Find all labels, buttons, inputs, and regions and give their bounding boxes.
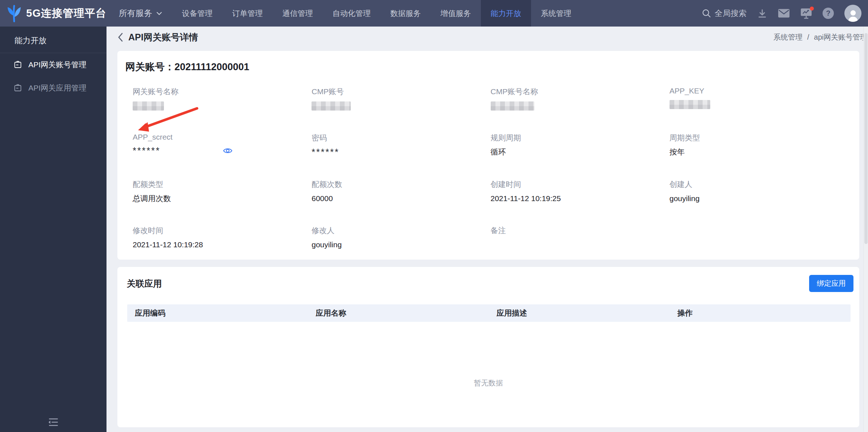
col-app-name: 应用名称	[308, 308, 489, 318]
logo-icon	[7, 4, 22, 23]
field-value: gouyiling	[670, 193, 848, 204]
field-label: 网关账号名称	[133, 87, 312, 97]
field-label: 周期类型	[670, 133, 848, 143]
nav-item-device-mgmt[interactable]: 设备管理	[172, 0, 222, 27]
download-icon[interactable]	[757, 8, 767, 19]
sidebar-title: 能力开放	[0, 27, 107, 53]
blurred-value	[312, 101, 351, 111]
help-icon[interactable]: ?	[823, 8, 834, 19]
field-app-secret: APP_screct ******	[133, 133, 312, 157]
field-label: 备注	[491, 225, 670, 236]
global-search-label: 全局搜索	[715, 8, 747, 19]
field-modifier: 修改人 gouyiling	[312, 225, 490, 250]
blurred-value	[670, 100, 710, 109]
col-actions: 操作	[670, 308, 851, 318]
nav-all-services[interactable]: 所有服务	[119, 0, 162, 27]
sidebar-item-api-gateway-account-mgmt[interactable]: API网关账号管理	[0, 53, 107, 76]
blurred-value	[491, 101, 534, 111]
sidebar-item-label: API网关账号管理	[28, 60, 87, 70]
back-button[interactable]	[117, 32, 124, 43]
col-app-code: 应用编码	[127, 308, 308, 318]
breadcrumb-current[interactable]: api网关账号管理	[814, 32, 867, 42]
field-label: 配额类型	[133, 179, 312, 189]
field-password: 密码 ******	[312, 133, 490, 157]
main-content: API网关账号详情 系统管理 / api网关账号管理 网关账号：20211112…	[107, 27, 868, 432]
avatar[interactable]	[844, 5, 861, 22]
field-value: 总调用次数	[133, 193, 312, 204]
field-label: APP_KEY	[670, 87, 848, 95]
gateway-account-title: 网关账号：20211112000001	[117, 51, 859, 73]
field-value: 2021-11-12 10:19:28	[133, 240, 312, 250]
field-value: 2021-11-12 10:19:25	[491, 193, 670, 204]
primary-nav: 设备管理 订单管理 通信管理 自动化管理 数据服务 增值服务 能力开放 系统管理	[172, 0, 581, 27]
page-title: API网关账号详情	[128, 31, 198, 43]
scrollbar-thumb[interactable]	[864, 33, 868, 244]
sidebar-item-api-gateway-app-mgmt[interactable]: API网关应用管理	[0, 76, 107, 100]
clipboard-icon	[13, 60, 22, 69]
logo-text: 5G连接管理平台	[26, 6, 107, 21]
field-value: 按年	[670, 147, 848, 157]
gateway-account-detail-card: 网关账号：20211112000001 网关账号名称 CMP账号	[117, 51, 859, 260]
detail-fields-grid: 网关账号名称 CMP账号 CMP账号名称 APP_KEY	[133, 87, 848, 250]
col-app-description: 应用描述	[489, 308, 670, 318]
monitor-chart-icon[interactable]	[800, 8, 812, 19]
field-create-time: 创建时间 2021-11-12 10:19:25	[491, 179, 670, 204]
nav-item-system-mgmt[interactable]: 系统管理	[531, 0, 581, 27]
field-label: 密码	[312, 133, 490, 143]
chevron-down-icon	[156, 12, 162, 15]
top-navbar: 5G连接管理平台 所有服务 设备管理 订单管理 通信管理 自动化管理 数据服务 …	[0, 0, 868, 27]
field-label: APP_screct	[133, 133, 312, 141]
field-value: gouyiling	[312, 240, 490, 250]
field-rule-period: 规则周期 循环	[491, 133, 670, 157]
nav-item-comm-mgmt[interactable]: 通信管理	[273, 0, 323, 27]
notification-badge	[810, 7, 814, 11]
clipboard-icon	[13, 84, 22, 92]
empty-state-text: 暂无数据	[117, 378, 859, 388]
field-creator: 创建人 gouyiling	[670, 179, 848, 204]
masked-value: ******	[312, 147, 339, 157]
field-period-type: 周期类型 按年	[670, 133, 848, 157]
breadcrumb-parent[interactable]: 系统管理	[773, 32, 803, 42]
masked-value: ******	[133, 145, 160, 156]
all-services-label: 所有服务	[119, 8, 152, 19]
field-modify-time: 修改时间 2021-11-12 10:19:28	[133, 225, 312, 250]
app-root: 5G连接管理平台 所有服务 设备管理 订单管理 通信管理 自动化管理 数据服务 …	[0, 0, 868, 432]
breadcrumb: 系统管理 / api网关账号管理	[773, 32, 867, 42]
field-quota-type: 配额类型 总调用次数	[133, 179, 312, 204]
field-label: 修改时间	[133, 225, 312, 236]
field-value: 60000	[312, 193, 490, 204]
field-cmp-account-name: CMP账号名称	[491, 87, 670, 111]
nav-item-data-service[interactable]: 数据服务	[381, 0, 431, 27]
blurred-value	[133, 101, 164, 111]
mail-icon[interactable]	[778, 9, 790, 18]
eye-icon[interactable]	[223, 147, 233, 155]
field-label: CMP账号	[312, 87, 490, 97]
field-value	[491, 240, 670, 250]
nav-item-value-added-service[interactable]: 增值服务	[431, 0, 481, 27]
field-value: 循环	[491, 147, 670, 157]
nav-item-automation-mgmt[interactable]: 自动化管理	[323, 0, 381, 27]
field-empty-slot	[670, 225, 848, 250]
vertical-scrollbar[interactable]	[863, 27, 868, 432]
related-apps-card: 关联应用 绑定应用 应用编码 应用名称 应用描述 操作 暂无数据	[117, 267, 859, 427]
bind-app-button[interactable]: 绑定应用	[809, 275, 853, 292]
logo[interactable]: 5G连接管理平台	[0, 0, 107, 27]
field-app-key: APP_KEY	[670, 87, 848, 111]
field-label: CMP账号名称	[491, 87, 670, 97]
field-remark: 备注	[491, 225, 670, 250]
field-label: 规则周期	[491, 133, 670, 143]
global-search[interactable]: 全局搜索	[702, 8, 747, 19]
breadcrumb-separator: /	[807, 33, 809, 41]
field-cmp-account: CMP账号	[312, 87, 490, 111]
nav-item-capability-open[interactable]: 能力开放	[481, 0, 531, 27]
sidebar: 能力开放 API网关账号管理 API网关应用管理	[0, 27, 107, 432]
field-label: 配额次数	[312, 179, 490, 189]
page-header: API网关账号详情 系统管理 / api网关账号管理	[107, 27, 868, 48]
sidebar-item-label: API网关应用管理	[28, 83, 87, 93]
sidebar-collapse-icon[interactable]	[0, 417, 107, 428]
field-label: 修改人	[312, 225, 490, 236]
related-apps-header: 关联应用 绑定应用	[117, 267, 859, 292]
nav-item-order-mgmt[interactable]: 订单管理	[222, 0, 273, 27]
field-quota-count: 配额次数 60000	[312, 179, 490, 204]
navbar-right-tools: 全局搜索 ?	[702, 0, 868, 27]
